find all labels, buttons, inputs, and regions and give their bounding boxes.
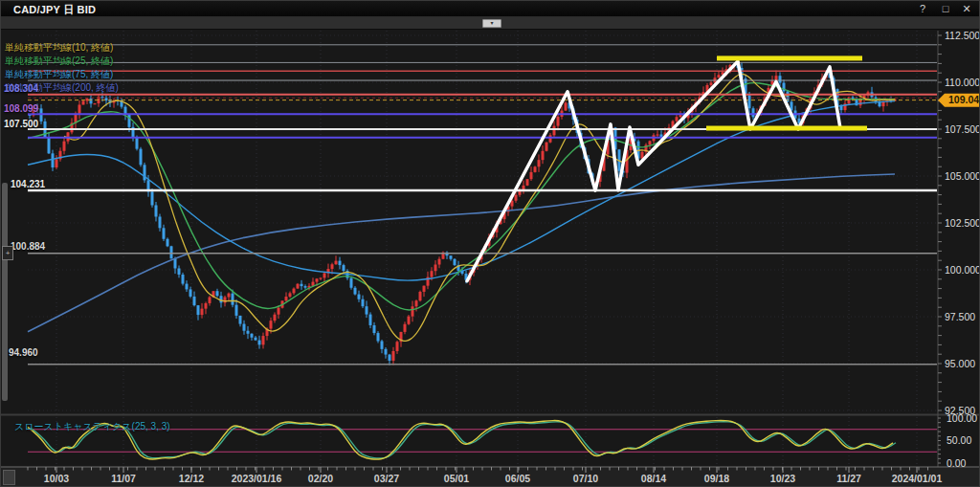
price-tick-label: 100.000	[945, 264, 980, 276]
hline-price-label: 100.884	[11, 241, 45, 252]
chart-canvas[interactable]: 112.500110.000107.500105.000102.500100.0…	[1, 1, 980, 487]
maximize-button[interactable]: □	[937, 2, 954, 15]
hline-price-label: 108.304	[4, 83, 38, 94]
stoch-tick-label: 0.00	[947, 457, 967, 469]
hline-price-label: 104.231	[11, 179, 45, 189]
date-tick-label: 10/03	[44, 473, 69, 484]
date-tick-label: 02/20	[308, 473, 333, 484]
date-tick-label: 06/05	[505, 473, 530, 484]
stochastic-legend-label: スローストキャスティクス(25, 3, 3)	[14, 420, 170, 433]
date-tick-label: 11/27	[836, 473, 861, 484]
hline-price-label: 107.500	[4, 119, 38, 129]
price-tick-label: 107.500	[945, 123, 980, 135]
toolbar-strip: ▾	[1, 17, 980, 30]
date-tick-label: 11/07	[111, 473, 136, 484]
toolbar-collapse-button[interactable]: ▾	[482, 19, 501, 28]
date-tick-label: 05/01	[444, 473, 469, 484]
ma-legend-item: 単純移動平均線(75, 終値)	[5, 68, 113, 81]
date-tick-label: 09/18	[704, 473, 729, 484]
date-tick-label: 07/10	[573, 473, 598, 484]
price-tick-label: 95.000	[945, 358, 975, 369]
x-axis-strip	[1, 467, 980, 487]
price-tick-label: 110.000	[945, 77, 980, 88]
date-tick-label: 08/14	[641, 473, 666, 484]
axis-corner-box[interactable]	[3, 470, 15, 485]
ma-legend-item: 単純移動平均線(25, 終値)	[5, 55, 113, 68]
date-tick-label: 10/23	[770, 473, 795, 484]
current-price-tag: 109.049	[938, 94, 980, 107]
hline-price-label: 108.099	[4, 103, 38, 114]
date-tick-label: 12/12	[179, 473, 204, 484]
stoch-tick-label: 100.00	[947, 412, 977, 424]
chart-window: 112.500110.000107.500105.000102.500100.0…	[0, 0, 980, 487]
help-button[interactable]: ?	[914, 2, 931, 15]
ma-legend-item: 単純移動平均線(10, 終値)	[5, 41, 113, 55]
resistance-band	[717, 55, 862, 60]
current-price-value: 109.049	[948, 94, 980, 105]
title-bar[interactable]: CAD/JPY 日 BID ? □ ✕	[1, 1, 980, 17]
window-title: CAD/JPY 日 BID	[13, 3, 96, 17]
date-tick-label: 03/27	[374, 473, 399, 484]
date-tick-label: 2024/01/01	[892, 473, 943, 484]
date-tick-label: 2023/01/16	[232, 473, 282, 484]
price-chart-svg: 112.500110.000107.500105.000102.500100.0…	[1, 1, 980, 487]
close-button[interactable]: ✕	[958, 2, 975, 15]
support-band	[706, 126, 867, 131]
left-scrollbar[interactable]	[2, 183, 8, 401]
stoch-tick-label: 50.00	[947, 434, 971, 446]
price-tick-label: 97.500	[945, 311, 975, 322]
price-tick-label: 102.500	[945, 217, 980, 229]
hline-price-label: 94.960	[9, 347, 38, 358]
price-tick-label: 112.500	[945, 30, 980, 41]
price-tick-label: 105.000	[945, 170, 980, 182]
mini-expand-button[interactable]: +	[2, 246, 13, 260]
